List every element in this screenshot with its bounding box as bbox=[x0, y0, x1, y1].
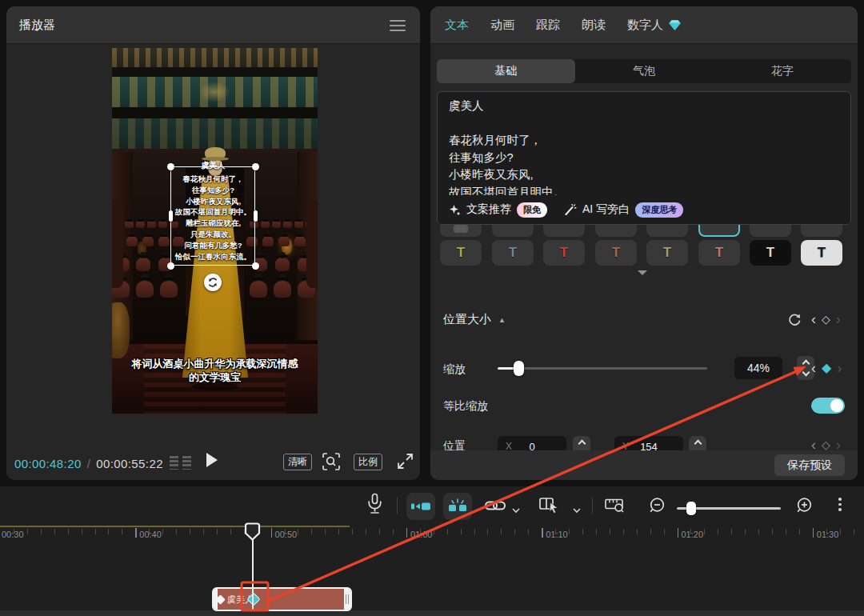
text-selection-box[interactable] bbox=[170, 166, 255, 266]
preset-text-style-tile[interactable]: T bbox=[595, 240, 637, 266]
preset-text-style-tile[interactable]: T bbox=[646, 240, 688, 266]
auto-ripple-button[interactable] bbox=[406, 493, 435, 520]
stepper-down-icon[interactable] bbox=[802, 369, 810, 377]
preset-text-style-tile[interactable]: T bbox=[440, 240, 482, 266]
ruler-tick-major bbox=[406, 528, 408, 538]
reset-icon[interactable] bbox=[787, 313, 802, 330]
keyframe-prev-icon[interactable]: ‹ bbox=[811, 362, 816, 374]
preset-text-style-tile[interactable]: T bbox=[492, 240, 534, 266]
scale-slider-track[interactable] bbox=[498, 367, 707, 370]
position-size-header[interactable]: 位置大小 ▲ bbox=[443, 312, 506, 327]
link-icon[interactable] bbox=[485, 498, 506, 516]
fullscreen-icon[interactable] bbox=[397, 453, 414, 473]
split-clip-button[interactable] bbox=[443, 493, 472, 520]
expand-presets-caret-icon[interactable] bbox=[638, 270, 647, 275]
selection-handle-sw[interactable] bbox=[167, 262, 174, 270]
ruler-tick-minor bbox=[27, 529, 28, 534]
selection-handle-e[interactable] bbox=[254, 210, 258, 222]
timeline-ruler[interactable]: 00:3000:4000:5001:0001:1001:2001:30 bbox=[0, 525, 864, 547]
scale-value-field[interactable]: 44% bbox=[734, 357, 782, 379]
frame-view-icon[interactable] bbox=[170, 456, 192, 470]
zoom-out-icon[interactable] bbox=[648, 497, 666, 518]
ruler-tick-minor bbox=[217, 529, 218, 534]
kneeling-figure bbox=[125, 217, 134, 228]
ai-action-label: 文案推荐 bbox=[466, 202, 511, 217]
keyframe-next-icon[interactable]: › bbox=[836, 313, 841, 326]
text-editor-box[interactable]: 虞美人 春花秋月何时了， 往事知多少? 小楼昨夜又东风, 故国不堪回首月明中。 … bbox=[437, 91, 851, 225]
preset-text-style-tile[interactable]: T bbox=[750, 240, 791, 266]
clip-trim-handle-right[interactable] bbox=[344, 589, 350, 610]
toolbar-divider bbox=[592, 498, 593, 514]
tab-label: 动画 bbox=[490, 18, 514, 33]
save-preset-button[interactable]: 保存预设 bbox=[774, 454, 845, 476]
tab-5[interactable]: 数字人 bbox=[627, 18, 682, 33]
sub-tab-1[interactable]: 基础 bbox=[437, 59, 575, 83]
record-voiceover-icon[interactable] bbox=[366, 493, 383, 518]
keyframe-next-icon[interactable]: › bbox=[836, 438, 841, 451]
zoom-in-icon[interactable] bbox=[795, 497, 813, 518]
selection-handle-nw[interactable] bbox=[167, 163, 174, 170]
text-editor-content[interactable]: 虞美人 春花秋月何时了， 往事知多少? 小楼昨夜又东风, 故国不堪回首月明中。 bbox=[449, 98, 839, 201]
playhead-line[interactable] bbox=[252, 540, 254, 610]
focus-magnifier-icon[interactable] bbox=[322, 452, 341, 474]
ruler-preview-icon[interactable] bbox=[605, 497, 626, 518]
ai-action-2[interactable]: AI 写旁白深度思考 bbox=[564, 202, 683, 218]
ai-action-1[interactable]: 文案推荐限免 bbox=[449, 202, 547, 218]
scale-slider-knob[interactable] bbox=[514, 361, 524, 376]
keyframe-next-icon[interactable]: › bbox=[837, 362, 842, 374]
link-dropdown-caret-icon[interactable] bbox=[512, 502, 520, 517]
tab-3[interactable]: 跟踪 bbox=[536, 18, 560, 33]
tab-2[interactable]: 动画 bbox=[490, 18, 514, 33]
ruler-tick-minor bbox=[854, 529, 854, 534]
overwrite-mode-icon[interactable] bbox=[539, 496, 562, 518]
ruler-tick-minor bbox=[664, 529, 665, 534]
ruler-tick-minor bbox=[298, 529, 298, 534]
stepper-up-icon[interactable] bbox=[802, 360, 810, 368]
ruler-tick-minor bbox=[379, 529, 380, 534]
selection-handle-w[interactable] bbox=[169, 210, 173, 222]
ruler-tick-minor bbox=[623, 529, 624, 534]
selection-handle-se[interactable] bbox=[252, 262, 259, 270]
kneeling-figure bbox=[294, 232, 306, 246]
overwrite-dropdown-caret-icon[interactable] bbox=[573, 502, 581, 517]
keyframe-diamond-icon[interactable]: ◇ bbox=[822, 438, 830, 451]
tab-4[interactable]: 朗读 bbox=[582, 18, 606, 33]
ruler-tick-minor bbox=[311, 529, 312, 534]
ruler-tick-minor bbox=[786, 529, 786, 534]
keyframe-prev-icon[interactable]: ‹ bbox=[811, 438, 816, 451]
video-preview[interactable]: 虞美人春花秋月何时了，往事知多少?小楼昨夜又东风,故国不堪回首月明中。雕栏玉砌应… bbox=[112, 48, 318, 414]
more-options-kebab-icon[interactable] bbox=[838, 498, 842, 511]
uniform-scale-toggle[interactable] bbox=[811, 398, 845, 414]
preset-text-style-tile[interactable]: T bbox=[698, 240, 740, 266]
preset-text-style-tile[interactable]: T bbox=[543, 240, 585, 266]
timeline-zoom-knob[interactable] bbox=[686, 502, 696, 515]
ruler-tick-minor bbox=[162, 529, 163, 534]
kneeling-figure bbox=[283, 217, 292, 228]
sub-tab-2[interactable]: 气泡 bbox=[575, 59, 714, 83]
ratio-button[interactable]: 比例 bbox=[354, 454, 382, 470]
keyframe-diamond-icon[interactable]: ◇ bbox=[822, 313, 830, 326]
ruler-tick-minor bbox=[528, 529, 529, 534]
preset-text-style-tile[interactable]: T bbox=[801, 240, 842, 266]
ruler-tick-major bbox=[678, 528, 679, 538]
text-clip[interactable]: 虞美人 bbox=[212, 587, 352, 611]
play-button[interactable] bbox=[206, 453, 218, 467]
ruler-tick-minor bbox=[704, 529, 705, 534]
tab-1[interactable]: 文本 bbox=[445, 18, 469, 33]
ruler-tick-minor bbox=[122, 529, 122, 534]
ruler-tick-minor bbox=[610, 529, 610, 534]
player-menu-icon[interactable] bbox=[390, 20, 406, 31]
rotate-handle[interactable] bbox=[204, 274, 222, 291]
keyframe-diamond-active-icon[interactable]: ◆ bbox=[822, 362, 831, 374]
preset-letter: T bbox=[646, 240, 688, 266]
preset-letter: T bbox=[543, 240, 585, 266]
collapse-section-icon[interactable]: ▲ bbox=[498, 316, 506, 324]
quality-button[interactable]: 清晰 bbox=[283, 454, 312, 470]
rotate-icon bbox=[207, 277, 218, 288]
sub-tab-3[interactable]: 花字 bbox=[713, 59, 851, 83]
selection-handle-ne[interactable] bbox=[252, 163, 259, 170]
keyframe-prev-icon[interactable]: ‹ bbox=[811, 313, 816, 326]
ruler-tick-minor bbox=[461, 529, 462, 534]
player-title: 播放器 bbox=[19, 18, 55, 33]
playhead-head[interactable] bbox=[245, 522, 261, 545]
